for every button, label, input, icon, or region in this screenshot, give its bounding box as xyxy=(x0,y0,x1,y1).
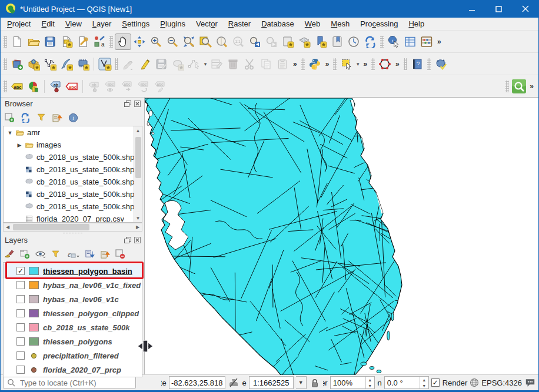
layer-item[interactable]: ✓thiessen_polygon_basin xyxy=(4,264,142,278)
browser-close-button[interactable] xyxy=(132,100,142,108)
menu-view[interactable]: View xyxy=(60,18,87,29)
browser-item[interactable]: florida_2020_07_prcp.csv xyxy=(4,213,134,222)
data-source-manager-button[interactable] xyxy=(9,56,25,72)
extents-toggle-button[interactable] xyxy=(228,377,239,388)
menu-project[interactable]: Project xyxy=(2,18,36,29)
select-features-dropdown[interactable]: ▾ xyxy=(355,61,361,67)
layer-item[interactable]: hybas_na_lev06_v1c xyxy=(4,292,142,306)
toolbar-overflow-button[interactable]: » xyxy=(291,60,300,68)
menu-plugins[interactable]: Plugins xyxy=(155,18,191,29)
new-virtual-layer-button[interactable] xyxy=(75,56,91,72)
layer-labeling-button[interactable]: abc xyxy=(9,78,25,95)
scale-dropdown-button[interactable]: ▼ xyxy=(296,376,307,389)
toolbar-grip[interactable] xyxy=(371,58,375,70)
manage-map-themes-button[interactable] xyxy=(34,248,46,260)
toolbar-grip[interactable] xyxy=(404,58,407,70)
zoom-to-selection-button[interactable] xyxy=(197,33,214,50)
toolbar-overflow-button[interactable]: » xyxy=(435,38,444,46)
zoom-out-button[interactable] xyxy=(164,33,181,50)
style-manager-button[interactable]: a xyxy=(91,33,108,50)
zoom-native-button[interactable]: 1:1 xyxy=(230,33,247,50)
vertex-tool-button[interactable] xyxy=(186,56,202,72)
temporal-controller-button[interactable] xyxy=(345,33,362,50)
layer-visibility-checkbox[interactable] xyxy=(16,281,25,289)
rotation-spinbox[interactable]: 0.0 ° ▲▼ xyxy=(384,376,429,389)
scale-lock-button[interactable] xyxy=(309,377,321,388)
zoom-in-button[interactable] xyxy=(148,33,164,50)
menu-layer[interactable]: Layer xyxy=(87,18,117,29)
toolbar-grip[interactable] xyxy=(4,58,7,70)
new-memory-layer-button[interactable] xyxy=(97,56,113,72)
browser-item[interactable]: ▼amr xyxy=(4,126,134,139)
identify-features-button[interactable]: i xyxy=(385,33,402,50)
new-shapefile-layer-button[interactable] xyxy=(42,56,58,72)
layers-collapse-all-button[interactable] xyxy=(99,248,111,260)
attribute-table-button[interactable] xyxy=(402,33,418,50)
browser-properties-button[interactable]: i xyxy=(67,112,79,123)
current-edits-button[interactable] xyxy=(120,56,137,72)
digitize-shape-button[interactable] xyxy=(169,56,186,72)
close-button[interactable] xyxy=(512,0,538,18)
new-geopackage-layer-button[interactable] xyxy=(25,56,42,72)
zoom-to-layer-button[interactable] xyxy=(214,33,230,50)
show-hide-labels-button[interactable]: abc xyxy=(102,78,118,95)
layer-visibility-checkbox[interactable] xyxy=(16,323,25,331)
menu-help[interactable]: Help xyxy=(403,18,430,29)
rotate-label-button[interactable]: abc xyxy=(135,78,151,95)
layer-styling-button[interactable] xyxy=(4,248,15,260)
toolbar-grip[interactable] xyxy=(109,36,113,48)
add-selected-layers-button[interactable] xyxy=(4,112,15,123)
select-features-button[interactable] xyxy=(338,56,355,72)
browser-item[interactable]: cb_2018_us_state_500k.shp.ea xyxy=(4,176,134,188)
coordinate-value[interactable]: -82.623,25.818 xyxy=(169,376,225,389)
pin-unpin-labels-button[interactable]: ab xyxy=(85,78,102,95)
map-canvas[interactable] xyxy=(145,98,538,374)
vertex-editor-button[interactable] xyxy=(377,56,393,72)
modify-attributes-button[interactable] xyxy=(208,56,225,72)
browser-vertical-scrollbar[interactable]: ▲ ▼ xyxy=(134,126,142,222)
paste-features-button[interactable] xyxy=(274,56,291,72)
open-project-button[interactable] xyxy=(25,33,42,50)
toolbar-grip[interactable] xyxy=(301,58,305,70)
show-spatial-bookmarks-button[interactable] xyxy=(329,33,345,50)
expander-icon[interactable]: ▶ xyxy=(15,142,24,148)
help-contents-button[interactable]: ? xyxy=(409,56,425,72)
toolbar-overflow-button[interactable]: » xyxy=(361,60,370,68)
toolbar-grip[interactable] xyxy=(115,58,118,70)
menu-processing[interactable]: Processing xyxy=(355,18,403,29)
browser-item[interactable]: cb_2018_us_state_500k.shp.ea xyxy=(4,163,134,176)
layer-item[interactable]: cb_2018_us_state_500k xyxy=(4,320,142,334)
crs-status-button[interactable]: EPSG:4326 xyxy=(470,378,522,387)
render-checkbox[interactable]: ✓ Render xyxy=(431,378,468,387)
toggle-editing-button[interactable] xyxy=(137,56,153,72)
toolbar-grip[interactable] xyxy=(333,58,337,70)
menu-raster[interactable]: Raster xyxy=(223,18,256,29)
toggle-unplaced-labels-button[interactable]: abc xyxy=(64,78,80,95)
layer-visibility-checkbox[interactable] xyxy=(16,295,25,303)
toolbar-grip[interactable] xyxy=(505,81,509,92)
toolbar-overflow-button[interactable]: » xyxy=(527,82,536,91)
locator-search-button[interactable] xyxy=(511,78,527,95)
layer-item[interactable]: thiessen_polygon_clipped xyxy=(4,306,142,320)
browser-item[interactable]: cb_2018_us_state_500k.shp.isc xyxy=(4,188,134,200)
toolbar-grip[interactable] xyxy=(4,81,7,92)
layer-item[interactable]: hybas_na_lev06_v1c_fixed xyxy=(4,278,142,292)
filter-by-expression-button[interactable]: ε xyxy=(65,248,80,260)
layers-float-button[interactable] xyxy=(123,236,132,244)
layer-visibility-checkbox[interactable] xyxy=(16,366,25,374)
toolbar-overflow-button[interactable]: » xyxy=(323,60,332,68)
highlight-pinned-labels-button[interactable]: ab xyxy=(47,78,64,95)
toolbar-overflow-button[interactable]: » xyxy=(393,60,402,68)
new-project-button[interactable] xyxy=(9,33,25,50)
new-map-view-button[interactable] xyxy=(280,33,296,50)
maximize-button[interactable] xyxy=(485,0,512,18)
zoom-next-button[interactable] xyxy=(263,33,280,50)
vertex-tool-dropdown[interactable]: ▾ xyxy=(202,61,208,67)
menu-database[interactable]: Database xyxy=(256,18,300,29)
menu-vector[interactable]: Vector xyxy=(191,18,223,29)
zoom-last-button[interactable] xyxy=(247,33,263,50)
refresh-map-button[interactable] xyxy=(362,33,378,50)
toolbar-grip[interactable] xyxy=(380,36,384,48)
browser-collapse-all-button[interactable] xyxy=(51,112,63,123)
browser-item[interactable]: cb_2018_us_state_500k.shp xyxy=(4,151,134,163)
